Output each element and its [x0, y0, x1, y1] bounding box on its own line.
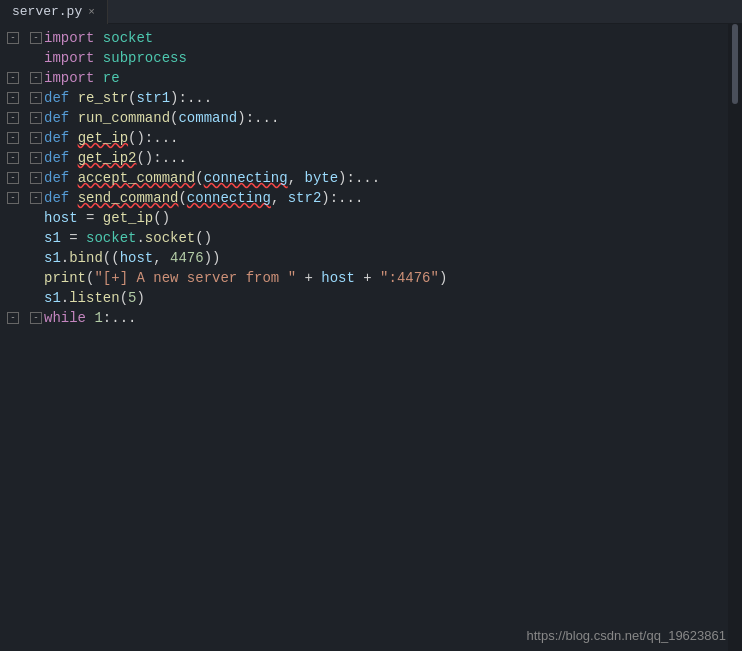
- code-token: def: [44, 108, 69, 128]
- code-token: ():: [128, 128, 153, 148]
- fold-indicator[interactable]: -: [6, 68, 20, 88]
- code-token: send_command: [78, 188, 179, 208]
- code-token: ): [136, 288, 144, 308]
- watermark: https://blog.csdn.net/qq_19623861: [527, 628, 727, 643]
- code-token: +: [355, 268, 380, 288]
- code-token: def: [44, 128, 69, 148]
- table-row: -def get_ip():...: [26, 128, 728, 148]
- table-row: host = get_ip(): [26, 208, 728, 228]
- code-token: ,: [153, 248, 170, 268]
- fold-indicator[interactable]: -: [6, 308, 20, 328]
- code-token: host: [44, 208, 78, 228]
- code-token: ":4476": [380, 268, 439, 288]
- code-token: socket: [103, 28, 153, 48]
- table-row: -def run_command(command):...: [26, 108, 728, 128]
- tab-bar: server.py ×: [0, 0, 742, 24]
- tab-filename: server.py: [12, 4, 82, 19]
- code-token: host: [321, 268, 355, 288]
- code-token: [69, 108, 77, 128]
- fold-toggle[interactable]: -: [30, 132, 42, 144]
- fold-toggle[interactable]: -: [30, 112, 42, 124]
- code-token: "[+] A new server from ": [94, 268, 296, 288]
- code-token: (: [170, 108, 178, 128]
- code-token: str2: [288, 188, 322, 208]
- code-token: ((: [103, 248, 120, 268]
- code-token: run_command: [78, 108, 170, 128]
- code-token: .: [61, 248, 69, 268]
- code-token: ...: [355, 168, 380, 188]
- code-token: +: [296, 268, 321, 288]
- code-gutter: ---------: [0, 24, 26, 651]
- code-token: re: [103, 68, 120, 88]
- code-token: [94, 28, 102, 48]
- code-token: ...: [187, 88, 212, 108]
- code-token: (: [86, 268, 94, 288]
- fold-indicator[interactable]: -: [6, 168, 20, 188]
- fold-toggle[interactable]: -: [30, 312, 42, 324]
- code-token: ):: [237, 108, 254, 128]
- table-row: -while 1:...: [26, 308, 728, 328]
- fold-toggle[interactable]: -: [30, 92, 42, 104]
- code-token: get_ip2: [78, 148, 137, 168]
- code-token: =: [61, 228, 86, 248]
- tab-close-icon[interactable]: ×: [88, 6, 95, 18]
- code-token: bind: [69, 248, 103, 268]
- fold-indicator[interactable]: -: [6, 188, 20, 208]
- code-token: [94, 48, 102, 68]
- table-row: -def accept_command(connecting, byte):..…: [26, 168, 728, 188]
- fold-toggle[interactable]: -: [30, 72, 42, 84]
- table-row: s1 = socket.socket(): [26, 228, 728, 248]
- code-token: socket: [86, 228, 136, 248]
- code-token: subprocess: [103, 48, 187, 68]
- fold-indicator[interactable]: -: [6, 148, 20, 168]
- fold-indicator[interactable]: -: [6, 108, 20, 128]
- fold-indicator[interactable]: [6, 288, 20, 308]
- code-token: 5: [128, 288, 136, 308]
- scrollbar-thumb[interactable]: [732, 24, 738, 104]
- code-token: ...: [153, 128, 178, 148]
- code-token: ...: [162, 148, 187, 168]
- code-token: command: [178, 108, 237, 128]
- fold-indicator[interactable]: -: [6, 28, 20, 48]
- code-token: def: [44, 168, 69, 188]
- code-token: 1: [94, 308, 102, 328]
- code-token: get_ip: [103, 208, 153, 228]
- fold-toggle[interactable]: -: [30, 32, 42, 44]
- code-token: :: [103, 308, 111, 328]
- fold-toggle[interactable]: -: [30, 172, 42, 184]
- fold-indicator[interactable]: [6, 48, 20, 68]
- fold-indicator[interactable]: -: [6, 88, 20, 108]
- file-tab[interactable]: server.py ×: [0, 0, 108, 24]
- fold-indicator[interactable]: [6, 248, 20, 268]
- fold-indicator[interactable]: [6, 228, 20, 248]
- code-token: [69, 168, 77, 188]
- code-area: --------- -import socketimport subproces…: [0, 24, 742, 651]
- fold-indicator[interactable]: -: [6, 128, 20, 148]
- table-row: print("[+] A new server from " + host + …: [26, 268, 728, 288]
- code-token: [69, 128, 77, 148]
- code-token: (): [153, 208, 170, 228]
- fold-toggle[interactable]: -: [30, 152, 42, 164]
- code-token: re_str: [78, 88, 128, 108]
- fold-indicator[interactable]: [6, 208, 20, 228]
- code-token: (: [178, 188, 186, 208]
- code-token: host: [120, 248, 154, 268]
- code-token: [94, 68, 102, 88]
- table-row: import subprocess: [26, 48, 728, 68]
- scrollbar[interactable]: [728, 24, 742, 651]
- code-token: ,: [288, 168, 305, 188]
- table-row: -import socket: [26, 28, 728, 48]
- code-token: .: [136, 228, 144, 248]
- code-token: connecting: [187, 188, 271, 208]
- code-token: ):: [170, 88, 187, 108]
- fold-toggle[interactable]: -: [30, 192, 42, 204]
- code-token: .: [61, 288, 69, 308]
- code-token: [69, 188, 77, 208]
- code-token: get_ip: [78, 128, 128, 148]
- fold-indicator[interactable]: [6, 268, 20, 288]
- code-token: =: [78, 208, 103, 228]
- code-token: print: [44, 268, 86, 288]
- code-token: def: [44, 88, 69, 108]
- table-row: s1.bind((host, 4476)): [26, 248, 728, 268]
- table-row: s1.listen(5): [26, 288, 728, 308]
